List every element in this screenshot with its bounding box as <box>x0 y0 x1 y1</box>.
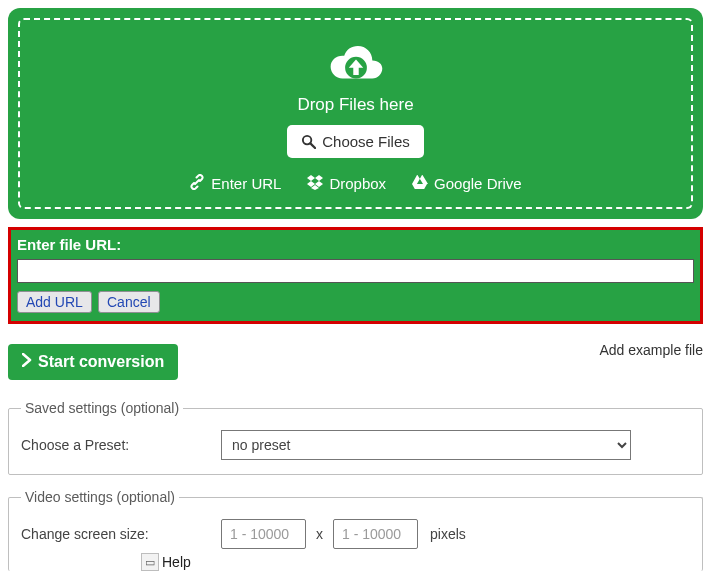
mid-row: Add example file Start conversion <box>8 344 703 382</box>
saved-settings-fieldset: Saved settings (optional) Choose a Prese… <box>8 400 703 475</box>
saved-settings-legend: Saved settings (optional) <box>21 400 183 416</box>
screen-size-label: Change screen size: <box>21 526 211 542</box>
dropzone[interactable]: Drop Files here Choose Files Enter URL <box>8 8 703 219</box>
url-panel-buttons: Add URL Cancel <box>17 291 694 313</box>
search-icon <box>301 134 316 149</box>
help-icon: ▭ <box>141 553 159 571</box>
source-gdrive-label: Google Drive <box>434 175 522 192</box>
height-input[interactable] <box>333 519 418 549</box>
google-drive-icon <box>412 174 428 193</box>
choose-files-button[interactable]: Choose Files <box>287 125 424 158</box>
video-settings-legend: Video settings (optional) <box>21 489 179 505</box>
dimension-separator: x <box>316 526 323 542</box>
source-enter-url[interactable]: Enter URL <box>189 174 281 193</box>
preset-label: Choose a Preset: <box>21 437 211 453</box>
add-url-button[interactable]: Add URL <box>17 291 92 313</box>
dropbox-icon <box>307 174 323 193</box>
preset-row: Choose a Preset: no preset <box>21 430 690 460</box>
screen-size-row: Change screen size: x pixels <box>21 519 690 549</box>
add-example-link[interactable]: Add example file <box>599 342 703 358</box>
svg-line-2 <box>311 143 316 148</box>
source-row: Enter URL Dropbox Google Drive <box>30 174 681 193</box>
choose-files-label: Choose Files <box>322 133 410 150</box>
source-dropbox-label: Dropbox <box>329 175 386 192</box>
cancel-button[interactable]: Cancel <box>98 291 160 313</box>
chevron-right-icon <box>22 353 32 371</box>
start-conversion-label: Start conversion <box>38 353 164 371</box>
url-input[interactable] <box>17 259 694 283</box>
url-panel-label: Enter file URL: <box>17 236 694 253</box>
preset-select[interactable]: no preset <box>221 430 631 460</box>
video-settings-fieldset: Video settings (optional) Change screen … <box>8 489 703 571</box>
help-label[interactable]: Help <box>162 554 191 570</box>
dropzone-inner: Drop Files here Choose Files Enter URL <box>18 18 693 209</box>
drop-text: Drop Files here <box>30 95 681 115</box>
pixels-label: pixels <box>430 526 466 542</box>
help-row: ▭ Help <box>141 553 690 571</box>
source-url-label: Enter URL <box>211 175 281 192</box>
page-root: Drop Files here Choose Files Enter URL <box>0 0 711 575</box>
width-input[interactable] <box>221 519 306 549</box>
cloud-upload-icon <box>30 42 681 89</box>
source-dropbox[interactable]: Dropbox <box>307 174 386 193</box>
url-panel: Enter file URL: Add URL Cancel <box>8 227 703 324</box>
source-google-drive[interactable]: Google Drive <box>412 174 522 193</box>
start-conversion-button[interactable]: Start conversion <box>8 344 178 380</box>
link-icon <box>189 174 205 193</box>
